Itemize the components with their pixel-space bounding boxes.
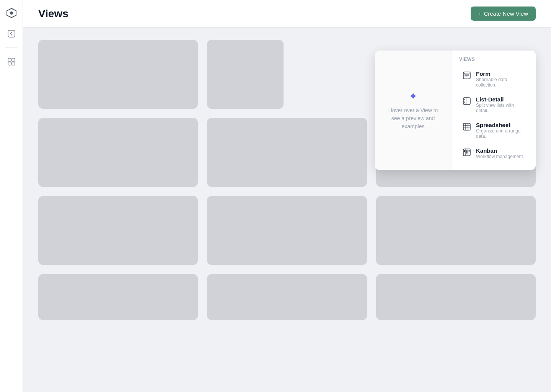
- view-card[interactable]: [207, 274, 367, 320]
- list-detail-desc: Split view lists with detail.: [476, 103, 525, 113]
- main-content: Views + Create New View: [23, 0, 551, 392]
- dropdown-hint-text: Hover over a View to see a preview and e…: [384, 106, 442, 131]
- svg-rect-24: [466, 150, 468, 154]
- list-detail-icon: [462, 96, 471, 106]
- svg-rect-3: [12, 58, 15, 61]
- view-option-list-detail[interactable]: List-Detail Split view lists with detail…: [459, 92, 528, 117]
- svg-rect-2: [8, 58, 11, 61]
- page-header: Views + Create New View: [23, 0, 551, 28]
- spreadsheet-desc: Organize and arrange data.: [476, 128, 525, 139]
- spreadsheet-label: Spreadsheet: [476, 122, 525, 128]
- app-logo[interactable]: [5, 6, 18, 20]
- view-card[interactable]: [38, 40, 198, 109]
- create-view-dropdown: ✦ Hover over a View to see a preview and…: [375, 51, 536, 170]
- create-new-view-button[interactable]: + Create New View: [471, 7, 536, 21]
- view-card[interactable]: [38, 118, 198, 187]
- kanban-desc: Workflow management.: [476, 154, 524, 159]
- form-desc: Shareable data collection.: [476, 77, 525, 88]
- view-card[interactable]: [38, 274, 198, 320]
- layout-nav-icon[interactable]: [5, 56, 18, 68]
- back-nav-icon[interactable]: [5, 28, 18, 40]
- view-card[interactable]: [207, 196, 367, 265]
- sidebar-divider: [5, 47, 18, 48]
- svg-rect-1: [8, 30, 15, 37]
- svg-rect-23: [464, 150, 465, 152]
- views-grid-row4: [38, 274, 536, 320]
- form-icon: [462, 71, 471, 80]
- view-card[interactable]: [207, 40, 284, 109]
- svg-rect-15: [463, 123, 470, 130]
- form-label: Form: [476, 70, 525, 77]
- dropdown-options-panel: Views Form Shareable data collection.: [452, 51, 536, 170]
- svg-rect-4: [8, 62, 11, 65]
- view-option-kanban[interactable]: Kanban Workflow management.: [459, 144, 528, 163]
- plus-icon: +: [478, 10, 482, 17]
- svg-rect-7: [465, 73, 469, 74]
- kanban-label: Kanban: [476, 147, 524, 154]
- svg-point-0: [10, 11, 13, 15]
- view-card[interactable]: [38, 196, 198, 265]
- view-card[interactable]: [207, 118, 367, 187]
- view-option-spreadsheet[interactable]: Spreadsheet Organize and arrange data.: [459, 118, 528, 143]
- svg-rect-5: [12, 62, 15, 65]
- views-grid-row3: [38, 196, 536, 265]
- sparkle-icon: ✦: [409, 90, 417, 103]
- kanban-icon: [462, 148, 471, 157]
- page-title: Views: [38, 8, 68, 20]
- svg-rect-25: [469, 150, 470, 152]
- spreadsheet-icon: [462, 122, 471, 131]
- dropdown-section-title: Views: [459, 57, 528, 62]
- list-detail-label: List-Detail: [476, 96, 525, 103]
- view-card[interactable]: [376, 196, 536, 265]
- sidebar: [0, 0, 23, 392]
- view-card[interactable]: [376, 274, 536, 320]
- view-option-form[interactable]: Form Shareable data collection.: [459, 67, 528, 91]
- content-area: ✦ Hover over a View to see a preview and…: [23, 28, 551, 392]
- dropdown-preview-panel: ✦ Hover over a View to see a preview and…: [375, 51, 452, 170]
